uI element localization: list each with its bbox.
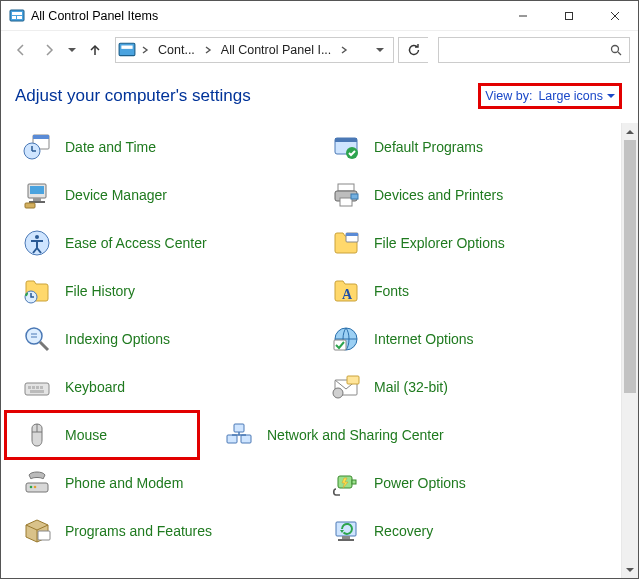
window-title: All Control Panel Items	[31, 9, 158, 23]
control-panel-item[interactable]: Ease of Access Center	[3, 219, 312, 267]
svg-rect-0	[10, 10, 24, 21]
item-label: Network and Sharing Center	[267, 427, 444, 443]
item-label: Recovery	[374, 523, 433, 539]
recovery-icon	[330, 515, 362, 547]
item-label: Mouse	[65, 427, 107, 443]
control-panel-item[interactable]: Programs and Features	[3, 507, 312, 555]
mail-icon	[330, 371, 362, 403]
clock-calendar-icon	[21, 131, 53, 163]
control-panel-item[interactable]: Mouse	[7, 413, 197, 457]
item-label: Devices and Printers	[374, 187, 503, 203]
forward-button[interactable]	[37, 38, 61, 62]
svg-marker-16	[626, 130, 634, 134]
view-by-label: View by:	[485, 89, 532, 103]
header-row: Adjust your computer's settings View by:…	[1, 69, 638, 123]
items-grid: Date and TimeDefault ProgramsDevice Mana…	[3, 123, 621, 555]
programs-check-icon	[330, 131, 362, 163]
accessibility-icon	[21, 227, 53, 259]
item-label: Mail (32-bit)	[374, 379, 448, 395]
up-button[interactable]	[83, 38, 107, 62]
control-panel-item[interactable]: File Explorer Options	[312, 219, 621, 267]
chevron-right-icon[interactable]	[337, 40, 351, 60]
scroll-thumb[interactable]	[624, 140, 636, 393]
back-button[interactable]	[9, 38, 33, 62]
control-panel-item[interactable]: Indexing Options	[3, 315, 312, 363]
printer-icon	[330, 179, 362, 211]
item-label: Keyboard	[65, 379, 125, 395]
svg-marker-17	[626, 568, 634, 572]
maximize-button[interactable]	[546, 1, 592, 31]
scroll-down-button[interactable]	[622, 561, 638, 578]
fonts-icon	[330, 275, 362, 307]
svg-rect-10	[119, 43, 135, 55]
view-by-group: View by: Large icons	[478, 83, 622, 109]
control-panel-item[interactable]: Network and Sharing Center	[205, 411, 621, 459]
refresh-button[interactable]	[398, 37, 428, 63]
indexing-icon	[21, 323, 53, 355]
keyboard-icon	[21, 371, 53, 403]
item-label: Date and Time	[65, 139, 156, 155]
item-label: Phone and Modem	[65, 475, 183, 491]
mouse-icon	[21, 419, 53, 451]
vertical-scrollbar[interactable]	[621, 123, 638, 578]
network-icon	[223, 419, 255, 451]
svg-line-14	[618, 52, 621, 55]
chevron-right-icon[interactable]	[201, 40, 215, 60]
item-label: Device Manager	[65, 187, 167, 203]
device-manager-icon	[21, 179, 53, 211]
item-label: Indexing Options	[65, 331, 170, 347]
control-panel-item[interactable]: Devices and Printers	[312, 171, 621, 219]
item-label: Internet Options	[374, 331, 474, 347]
control-panel-item[interactable]: Internet Options	[312, 315, 621, 363]
folder-history-icon	[21, 275, 53, 307]
item-label: Ease of Access Center	[65, 235, 207, 251]
phone-modem-icon	[21, 467, 53, 499]
search-icon	[609, 43, 623, 57]
svg-point-13	[612, 46, 619, 53]
svg-rect-11	[121, 46, 132, 49]
item-label: Power Options	[374, 475, 466, 491]
power-icon	[330, 467, 362, 499]
svg-rect-3	[17, 16, 22, 19]
svg-rect-1	[12, 12, 22, 15]
item-label: Default Programs	[374, 139, 483, 155]
svg-rect-2	[12, 16, 16, 19]
view-by-dropdown[interactable]: Large icons	[538, 89, 615, 103]
scroll-track[interactable]	[622, 140, 638, 561]
control-panel-item[interactable]: Fonts	[312, 267, 621, 315]
control-panel-item[interactable]: Device Manager	[3, 171, 312, 219]
address-bar[interactable]: Cont... All Control Panel I...	[115, 37, 394, 63]
control-panel-item[interactable]: Date and Time	[3, 123, 312, 171]
title-bar: All Control Panel Items	[1, 1, 638, 31]
control-panel-item[interactable]: Power Options	[312, 459, 621, 507]
control-panel-item[interactable]: Recovery	[312, 507, 621, 555]
close-button[interactable]	[592, 1, 638, 31]
control-panel-items: Date and TimeDefault ProgramsDevice Mana…	[3, 123, 621, 578]
search-box[interactable]	[438, 37, 630, 63]
control-panel-icon	[118, 41, 136, 59]
control-panel-item[interactable]: File History	[3, 267, 312, 315]
page-title: Adjust your computer's settings	[15, 86, 251, 106]
address-dropdown-button[interactable]	[369, 38, 391, 62]
chevron-right-icon[interactable]	[138, 40, 152, 60]
globe-check-icon	[330, 323, 362, 355]
minimize-button[interactable]	[500, 1, 546, 31]
item-label: Fonts	[374, 283, 409, 299]
control-panel-item[interactable]: Keyboard	[3, 363, 312, 411]
breadcrumb[interactable]: Cont...	[154, 43, 199, 57]
svg-rect-5	[566, 12, 573, 19]
svg-marker-12	[376, 48, 384, 52]
svg-marker-15	[607, 94, 615, 98]
control-panel-item[interactable]: Mail (32-bit)	[312, 363, 621, 411]
control-panel-icon	[9, 8, 25, 24]
item-label: Programs and Features	[65, 523, 212, 539]
search-input[interactable]	[445, 43, 609, 57]
folder-options-icon	[330, 227, 362, 259]
history-dropdown-button[interactable]	[65, 38, 79, 62]
control-panel-item[interactable]: Default Programs	[312, 123, 621, 171]
nav-bar: Cont... All Control Panel I...	[1, 31, 638, 69]
control-panel-item[interactable]: Phone and Modem	[3, 459, 312, 507]
breadcrumb[interactable]: All Control Panel I...	[217, 43, 335, 57]
scroll-up-button[interactable]	[622, 123, 638, 140]
view-by-value: Large icons	[538, 89, 603, 103]
